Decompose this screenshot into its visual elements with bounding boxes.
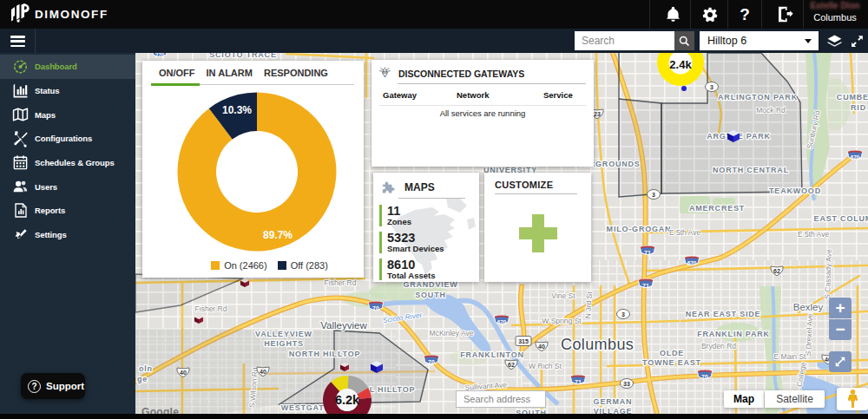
svg-text:McKinley Ave: McKinley Ave (430, 329, 474, 337)
svg-text:VALLEYVIEW: VALLEYVIEW (255, 330, 312, 338)
svg-text:W Spring St: W Spring St (542, 317, 582, 325)
svg-text:Mock Rd: Mock Rd (756, 106, 786, 115)
svg-text:RID: RID (851, 103, 866, 112)
svg-text:Bexley: Bexley (793, 302, 824, 312)
svg-text:W Rich St: W Rich St (529, 362, 562, 370)
svg-text:L HILLTOP: L HILLTOP (370, 385, 416, 394)
svg-text:71: 71 (575, 379, 582, 385)
svg-text:23: 23 (594, 111, 601, 117)
svg-text:70: 70 (701, 374, 708, 380)
svg-text:315: 315 (518, 338, 529, 344)
svg-text:EAST COLUMB: EAST COLUMB (814, 214, 868, 223)
svg-text:71: 71 (642, 283, 649, 289)
svg-text:FRANKLINTON: FRANKLINTON (460, 350, 524, 359)
svg-text:Vine St: Vine St (551, 291, 575, 300)
svg-text:AMERCREST: AMERCREST (689, 204, 745, 213)
svg-text:40: 40 (260, 369, 266, 375)
svg-text:Valleyview: Valleyview (320, 320, 367, 331)
svg-text:71: 71 (644, 250, 651, 256)
svg-text:ARLINGTON PARK: ARLINGTON PARK (718, 93, 798, 101)
svg-text:VILLAGE: VILLAGE (594, 407, 633, 414)
svg-text:HEIGHTS: HEIGHTS (264, 339, 304, 348)
svg-text:NORTH CENTRAL: NORTH CENTRAL (713, 166, 789, 174)
svg-text:oln: oln (139, 364, 153, 373)
svg-text:89.7%: 89.7% (263, 229, 293, 241)
svg-text:3: 3 (710, 84, 713, 90)
svg-text:OLDE: OLDE (660, 349, 684, 357)
svg-text:10.3%: 10.3% (222, 104, 252, 116)
svg-text:270: 270 (155, 53, 165, 58)
svg-text:70: 70 (372, 305, 379, 311)
svg-text:Bryden Rd: Bryden Rd (701, 342, 736, 350)
svg-text:TEAKWOOD: TEAKWOOD (769, 187, 821, 195)
svg-text:40: 40 (538, 344, 545, 350)
svg-text:Fisher Rd: Fisher Rd (195, 304, 227, 313)
svg-text:Columbus: Columbus (561, 336, 634, 353)
svg-text:33: 33 (623, 381, 630, 387)
svg-text:670: 670 (851, 154, 860, 160)
svg-text:62: 62 (773, 268, 780, 274)
svg-text:670: 670 (687, 260, 697, 266)
svg-text:SCIOTO TRACE: SCIOTO TRACE (209, 53, 276, 59)
svg-text:70: 70 (428, 359, 435, 365)
svg-text:SOUTH: SOUTH (415, 291, 446, 299)
svg-text:NEAR EAST SIDE: NEAR EAST SIDE (686, 310, 761, 318)
svg-text:E Main St: E Main St (774, 352, 806, 361)
svg-text:WESTGATE: WESTGATE (281, 403, 331, 412)
svg-text:ge: ge (137, 375, 148, 383)
svg-text:3: 3 (652, 192, 655, 198)
svg-text:E 5th Ave: E 5th Ave (798, 230, 830, 239)
svg-text:62: 62 (508, 362, 515, 368)
svg-text:GERMAN: GERMAN (594, 397, 633, 406)
svg-text:E 5th Ave: E 5th Ave (669, 228, 701, 237)
svg-text:TOWNE EAST: TOWNE EAST (642, 358, 701, 367)
svg-text:Fisher Rd: Fisher Rd (325, 278, 357, 287)
svg-text:FRANKLIN PARK: FRANKLIN PARK (697, 330, 770, 338)
svg-text:2.4k: 2.4k (669, 58, 692, 71)
svg-text:6.2k: 6.2k (335, 393, 360, 407)
svg-text:CUMBER: CUMBER (837, 93, 868, 101)
svg-text:3: 3 (621, 311, 625, 318)
svg-text:40: 40 (180, 370, 187, 376)
svg-text:NORTH HILLTOP: NORTH HILLTOP (289, 350, 361, 358)
svg-text:MILO-GROGAN: MILO-GROGAN (607, 225, 672, 233)
svg-text:670: 670 (497, 319, 507, 325)
svg-text:S Cassady Ave: S Cassady Ave (823, 249, 833, 299)
